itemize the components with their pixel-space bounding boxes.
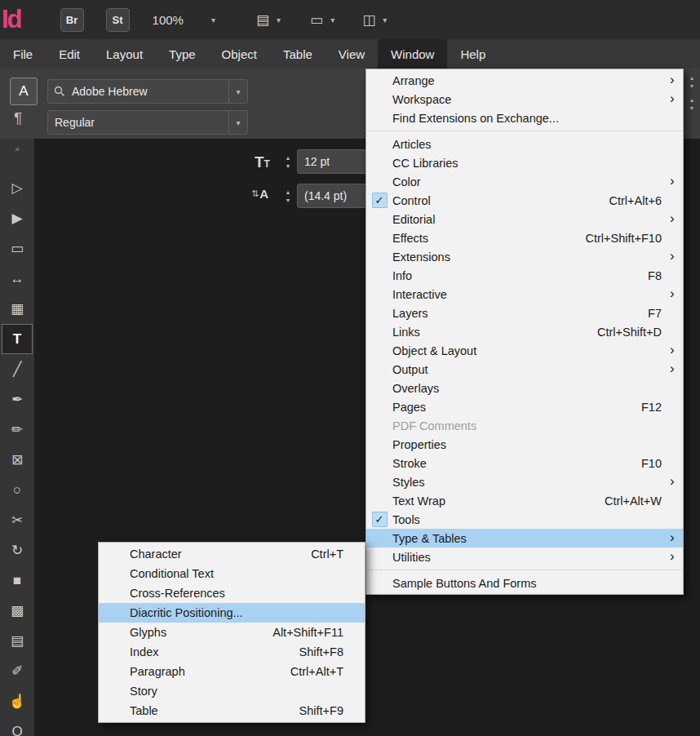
- type-tables-item-paragraph[interactable]: Paragraph Ctrl+Alt+T: [99, 662, 365, 681]
- hand-tool[interactable]: ☝: [2, 686, 33, 716]
- type-tables-item-table[interactable]: Table Shift+F9: [99, 701, 365, 720]
- rectangle-frame-tool[interactable]: ⊠: [2, 445, 33, 475]
- leading-stepper[interactable]: ▲ ▼: [282, 184, 294, 208]
- type-tables-item-glyphs[interactable]: Glyphs Alt+Shift+F11: [99, 623, 365, 642]
- screen-mode-control[interactable]: ▭ ▾: [310, 13, 334, 27]
- character-formatting-toggle[interactable]: A: [10, 78, 38, 105]
- menubar-item-edit[interactable]: Edit: [46, 39, 93, 69]
- stepper-up-icon[interactable]: ▲: [286, 155, 291, 161]
- type-tool[interactable]: T: [2, 324, 33, 354]
- window-menu-item-text-wrap[interactable]: Text Wrap Ctrl+Alt+W: [366, 491, 683, 510]
- window-menu-item-arrange[interactable]: Arrange: [366, 71, 683, 90]
- window-menu-item-pdf-comments[interactable]: PDF Comments: [366, 416, 683, 435]
- window-menu-item-type-tables[interactable]: Type & Tables: [366, 529, 683, 548]
- menu-item-label: Color: [392, 175, 421, 188]
- font-family-combo[interactable]: Adobe Hebrew ▾: [47, 79, 248, 104]
- window-menu-item-styles[interactable]: Styles: [366, 472, 683, 491]
- mini-stepper[interactable]: ▲ ▼: [689, 97, 695, 111]
- stock-badge[interactable]: St: [106, 8, 130, 32]
- window-menu-item-info[interactable]: Info F8: [366, 266, 683, 285]
- page-tool[interactable]: ▭: [2, 233, 33, 264]
- menubar-item-help[interactable]: Help: [447, 39, 498, 69]
- type-tables-item-character[interactable]: Character Ctrl+T: [99, 544, 365, 564]
- type-tables-item-cross-references[interactable]: Cross-References: [99, 583, 365, 603]
- checkmark-icon: [107, 586, 122, 601]
- stepper-down-icon[interactable]: ▼: [286, 197, 291, 203]
- eyedropper-tool[interactable]: ✐: [2, 656, 33, 686]
- menubar-item-type[interactable]: Type: [156, 39, 209, 69]
- free-transform-tool[interactable]: ↻: [2, 535, 33, 565]
- pen-tool[interactable]: ✒: [2, 384, 33, 415]
- menu-item-shortcut: Ctrl+Alt+T: [290, 665, 352, 678]
- paragraph-formatting-toggle[interactable]: ¶: [14, 109, 22, 127]
- window-menu: Arrange Workspace Find Extensions on Exc…: [366, 69, 684, 595]
- window-menu-item-control[interactable]: Control Ctrl+Alt+6: [366, 191, 683, 210]
- window-menu-item-tools[interactable]: Tools: [366, 510, 683, 529]
- menu-item-gutter: [366, 193, 392, 208]
- window-menu-item-pages[interactable]: Pages F12: [366, 397, 683, 416]
- menu-item-gutter: [366, 399, 392, 415]
- window-menu-item-output[interactable]: Output: [366, 360, 683, 379]
- stepper-up-icon[interactable]: ▲: [689, 97, 695, 103]
- menubar-item-view[interactable]: View: [326, 39, 378, 69]
- type-tables-item-story[interactable]: Story: [99, 681, 365, 701]
- window-menu-item-utilities[interactable]: Utilities: [366, 548, 683, 566]
- zoom-level-control[interactable]: 100% ▾: [153, 13, 215, 27]
- pencil-tool[interactable]: ✏: [2, 415, 33, 445]
- stepper-down-icon[interactable]: ▼: [689, 105, 695, 111]
- view-options-control[interactable]: ▤ ▾: [256, 13, 281, 27]
- menu-item-gutter: [366, 493, 392, 508]
- content-collector-tool[interactable]: ▦: [2, 294, 33, 324]
- type-tables-item-conditional-text[interactable]: Conditional Text: [99, 564, 365, 583]
- stepper-up-icon[interactable]: ▲: [286, 189, 291, 195]
- font-style-combo[interactable]: Regular ▾: [47, 110, 248, 135]
- direct-selection-tool[interactable]: ▶: [2, 203, 33, 233]
- ellipse-tool[interactable]: ○: [2, 475, 33, 505]
- note-tool[interactable]: ▤: [2, 626, 33, 656]
- window-menu-item-color[interactable]: Color: [366, 172, 683, 191]
- gradient-feather-tool[interactable]: ▩: [2, 596, 33, 626]
- menubar-item-layout[interactable]: Layout: [93, 39, 156, 69]
- window-menu-item-articles[interactable]: Articles: [366, 135, 683, 153]
- window-menu-item-overlays[interactable]: Overlays: [366, 379, 683, 397]
- submenu-arrow-icon: [670, 91, 683, 109]
- window-menu-item-links[interactable]: Links Ctrl+Shift+D: [366, 322, 683, 341]
- menubar-item-window[interactable]: Window: [378, 39, 447, 69]
- panel-toggle[interactable]: »: [2, 139, 33, 160]
- stepper-down-icon[interactable]: ▼: [286, 163, 291, 169]
- arrange-documents-control[interactable]: ◫ ▾: [362, 13, 387, 27]
- selection-tool[interactable]: ▷: [2, 173, 33, 203]
- type-tables-item-index[interactable]: Index Shift+F8: [99, 642, 365, 662]
- menubar-item-file[interactable]: File: [0, 39, 46, 69]
- window-menu-item-editorial[interactable]: Editorial: [366, 210, 683, 228]
- gradient-swatch-tool[interactable]: ■: [2, 565, 33, 596]
- window-menu-item-extensions[interactable]: Extensions: [366, 247, 683, 266]
- menubar-item-table[interactable]: Table: [270, 39, 326, 69]
- chevron-down-icon[interactable]: ▾: [228, 80, 247, 103]
- stepper-up-icon[interactable]: ▲: [689, 75, 695, 81]
- window-menu-item-properties[interactable]: Properties: [366, 435, 683, 454]
- screen-mode-icon: ▭: [310, 13, 323, 27]
- window-menu-item-stroke[interactable]: Stroke F10: [366, 454, 683, 472]
- font-size-stepper[interactable]: ▲ ▼: [282, 149, 294, 174]
- window-menu-item-workspace[interactable]: Workspace: [366, 90, 683, 109]
- mini-stepper[interactable]: ▲ ▼: [689, 75, 695, 89]
- window-menu-item-effects[interactable]: Effects Ctrl+Shift+F10: [366, 228, 683, 247]
- line-tool[interactable]: ╱: [2, 354, 33, 384]
- window-menu-item-sample-buttons-and-forms[interactable]: Sample Buttons And Forms: [366, 574, 683, 592]
- menu-item-gutter: [366, 230, 392, 246]
- chevron-down-icon[interactable]: ▾: [228, 111, 247, 134]
- window-menu-item-object-layout[interactable]: Object & Layout: [366, 341, 683, 360]
- window-menu-item-find-extensions-on-exchange[interactable]: Find Extensions on Exchange...: [366, 109, 683, 127]
- window-menu-item-cc-libraries[interactable]: CC Libraries: [366, 153, 683, 172]
- bridge-badge[interactable]: Br: [60, 8, 84, 32]
- zoom-tool[interactable]: Q: [2, 716, 33, 736]
- window-menu-item-layers[interactable]: Layers F7: [366, 304, 683, 322]
- stepper-down-icon[interactable]: ▼: [689, 83, 695, 89]
- window-menu-item-interactive[interactable]: Interactive: [366, 285, 683, 304]
- scissors-tool[interactable]: ✂: [2, 505, 33, 535]
- gap-tool[interactable]: ↔: [2, 264, 33, 294]
- menu-item-gutter: [366, 211, 392, 227]
- type-tables-item-diacritic-positioning[interactable]: Diacritic Positioning...: [99, 603, 365, 623]
- menubar-item-object[interactable]: Object: [209, 39, 270, 69]
